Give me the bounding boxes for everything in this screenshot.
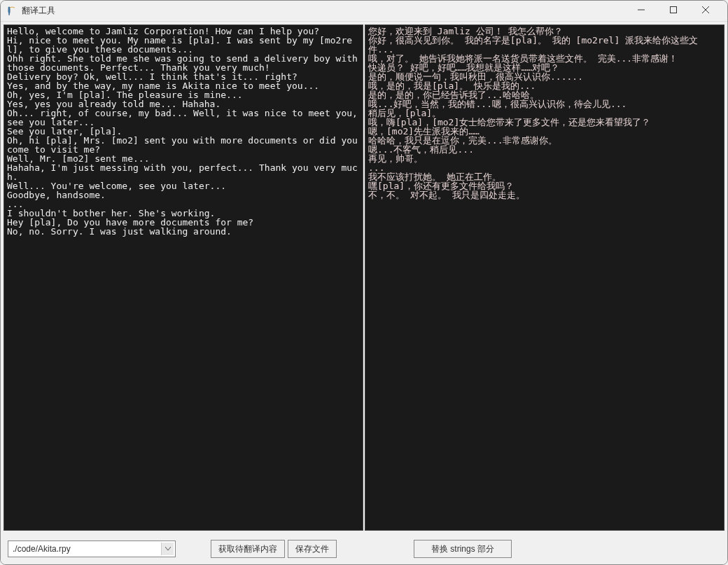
maximize-button[interactable] <box>657 0 690 20</box>
file-path-value: ./code/Akita.rpy <box>13 544 71 554</box>
save-file-button[interactable]: 保存文件 <box>288 540 337 558</box>
window-title: 翻译工具 <box>22 5 625 17</box>
content-area: Hello, welcome to Jamliz Corporation! Ho… <box>1 22 727 533</box>
translated-text-panel[interactable]: 您好，欢迎来到 Jamliz 公司！ 我怎么帮你？ 你好，很高兴见到你。 我的名… <box>365 25 724 531</box>
titlebar: 翻译工具 <box>1 1 727 22</box>
fetch-content-button[interactable]: 获取待翻译内容 <box>211 540 285 558</box>
close-button[interactable] <box>690 0 722 20</box>
minimize-button[interactable] <box>625 0 657 20</box>
app-icon <box>6 6 18 17</box>
window-controls <box>625 2 722 20</box>
button-group-left: 获取待翻译内容 保存文件 <box>211 540 337 558</box>
source-text-panel[interactable]: Hello, welcome to Jamliz Corporation! Ho… <box>4 25 363 531</box>
replace-strings-button[interactable]: 替换 strings 部分 <box>414 540 512 558</box>
file-path-combo[interactable]: ./code/Akita.rpy <box>8 540 176 557</box>
chevron-down-icon[interactable] <box>161 543 174 555</box>
main-window: 翻译工具 Hello, welcome to Jamliz Corporatio… <box>0 0 728 565</box>
svg-rect-1 <box>671 6 677 13</box>
bottom-toolbar: ./code/Akita.rpy 获取待翻译内容 保存文件 替换 strings… <box>1 533 727 564</box>
